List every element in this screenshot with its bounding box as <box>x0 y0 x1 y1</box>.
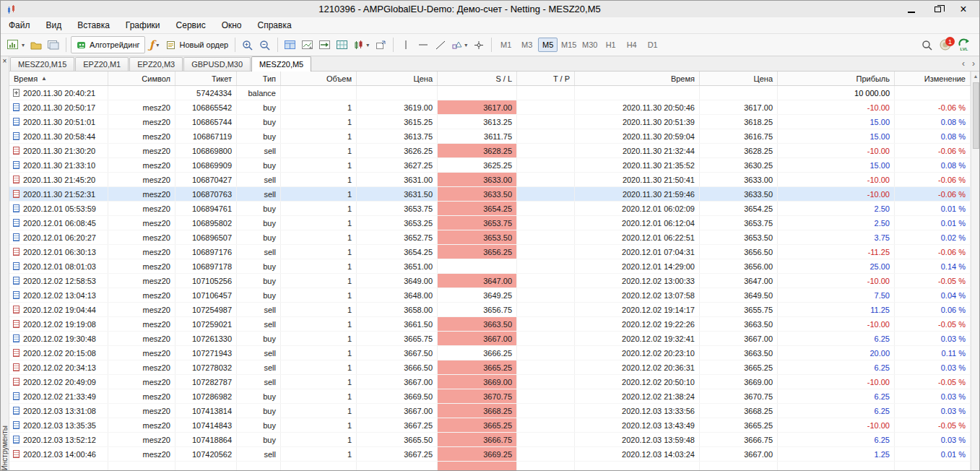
menu-help[interactable]: Справка <box>250 18 300 33</box>
timeframe-button[interactable]: H1 <box>601 38 620 52</box>
vertical-scrollbar[interactable]: ▲ <box>971 72 980 471</box>
table-row[interactable]: 2020.11.30 20:50:17 mesz20 106865542 buy… <box>9 100 971 115</box>
algo-trading-button[interactable]: Алготрейдинг <box>71 36 144 53</box>
chart-shift-button[interactable] <box>300 36 316 53</box>
table-row[interactable]: 2020.12.03 13:52:12 mesz20 107418864 buy… <box>9 433 971 447</box>
dock-button[interactable] <box>373 36 389 53</box>
timeframe-button[interactable]: M3 <box>517 38 537 52</box>
chart-tab[interactable]: MESZ20,M15 <box>10 57 74 71</box>
shapes-button[interactable]: ▾ <box>450 36 469 53</box>
column-header-type[interactable]: Тип <box>237 72 281 85</box>
cell-sl <box>438 86 517 100</box>
table-row[interactable] <box>9 462 971 471</box>
table-row[interactable]: 2020.12.02 19:19:08 mesz20 107259021 sel… <box>9 317 971 332</box>
cell-sl: 3667.00 <box>438 332 517 345</box>
scroll-thumb[interactable] <box>973 82 979 149</box>
notifications-button[interactable]: 1 <box>937 37 954 53</box>
table-row[interactable]: 2020.11.30 21:33:10 mesz20 106869909 buy… <box>9 158 971 173</box>
zoom-out-button[interactable] <box>257 36 273 53</box>
table-row[interactable]: 2020.11.30 20:40:21 57424334 balance 10 … <box>9 86 971 100</box>
close-button[interactable]: × <box>950 2 976 17</box>
profiles-button[interactable] <box>28 36 44 53</box>
trendline-button[interactable] <box>433 36 448 53</box>
minimize-button[interactable] <box>898 2 924 17</box>
tile-windows-button[interactable] <box>282 36 298 53</box>
search-button[interactable] <box>919 36 935 53</box>
column-header-volume[interactable]: Объем <box>281 72 357 85</box>
table-row[interactable]: 2020.12.02 20:34:13 mesz20 107278032 sel… <box>9 360 971 375</box>
menu-window[interactable]: Окно <box>214 18 250 33</box>
auto-scroll-button[interactable] <box>317 36 333 53</box>
cell-close-price: 3670.75 <box>700 389 778 403</box>
column-header-close-price[interactable]: Цена <box>700 72 778 85</box>
table-row[interactable]: 2020.12.02 13:04:13 mesz20 107106457 buy… <box>9 288 971 303</box>
cell-type: buy <box>237 259 281 273</box>
table-row[interactable]: 2020.12.02 19:04:44 mesz20 107254987 sel… <box>9 303 971 317</box>
table-row[interactable]: 2020.11.30 21:45:20 mesz20 106870427 sel… <box>9 173 971 187</box>
table-row[interactable]: 2020.12.01 08:01:03 mesz20 106897178 buy… <box>9 259 971 274</box>
crosshair-button[interactable] <box>471 36 487 53</box>
vertical-line-button[interactable] <box>398 36 414 53</box>
menu-file[interactable]: Файл <box>1 18 38 33</box>
zoom-in-button[interactable] <box>240 36 256 53</box>
table-row[interactable]: 2020.11.30 21:30:20 mesz20 106869800 sel… <box>9 144 971 158</box>
restore-button[interactable] <box>924 2 950 17</box>
table-row[interactable]: 2020.11.30 21:52:31 mesz20 106870763 sel… <box>9 187 971 202</box>
tab-scroll-left-button[interactable]: ‹ <box>958 59 968 69</box>
table-row[interactable]: 2020.12.02 20:49:09 mesz20 107282787 sel… <box>9 375 971 389</box>
timeframe-button[interactable]: D1 <box>643 38 662 52</box>
horizontal-line-button[interactable] <box>415 36 431 53</box>
chart-tab[interactable]: MESZ20,M5 <box>251 56 311 72</box>
column-header-symbol[interactable]: Символ <box>108 72 175 85</box>
table-row[interactable]: 2020.12.02 21:33:49 mesz20 107286982 buy… <box>9 389 971 404</box>
column-header-open-time[interactable]: Время ▲ <box>9 72 108 85</box>
menu-charts[interactable]: Графики <box>118 18 168 33</box>
scroll-up-button[interactable]: ▲ <box>971 72 980 81</box>
timeframe-button[interactable]: H4 <box>622 38 641 52</box>
table-row[interactable]: 2020.12.03 14:00:46 mesz20 107420562 sel… <box>9 447 971 462</box>
table-row[interactable]: 2020.12.01 06:08:45 mesz20 106895802 buy… <box>9 216 971 230</box>
table-row[interactable]: 2020.12.02 12:58:53 mesz20 107105256 buy… <box>9 274 971 288</box>
column-header-close-time[interactable]: Время <box>575 72 700 85</box>
menu-insert[interactable]: Вставка <box>69 18 118 33</box>
table-row[interactable]: 2020.12.01 05:53:59 mesz20 106894761 buy… <box>9 202 971 216</box>
timeframe-button[interactable]: M1 <box>496 38 516 52</box>
cell-volume: 1 <box>281 346 357 360</box>
new-order-button[interactable]: Новый ордер <box>164 36 231 53</box>
lvl-button[interactable]: LVL <box>955 37 973 53</box>
column-header-change[interactable]: Изменение <box>895 72 971 85</box>
column-header-ticket[interactable]: Тикет <box>175 72 237 85</box>
timeframe-button[interactable]: M30 <box>580 38 599 52</box>
table-row[interactable]: 2020.12.02 20:15:08 mesz20 107271943 sel… <box>9 346 971 360</box>
column-header-price[interactable]: Цена <box>357 72 438 85</box>
menu-tools[interactable]: Сервис <box>168 18 214 33</box>
chart-tab[interactable]: EPZ20,M1 <box>75 57 129 71</box>
timeframe-button[interactable]: M15 <box>559 38 578 52</box>
tab-scroll-right-button[interactable]: › <box>968 59 979 69</box>
table-row[interactable]: 2020.12.03 13:31:08 mesz20 107413814 buy… <box>9 404 971 418</box>
cell-symbol: mesz20 <box>108 375 175 389</box>
cell-open-time: 2020.12.01 06:20:27 <box>23 233 96 242</box>
column-header-tp[interactable]: T / P <box>517 72 575 85</box>
table-row[interactable]: 2020.12.02 19:30:48 mesz20 107261330 buy… <box>9 332 971 346</box>
indicators-button[interactable]: ƒ ▾ <box>147 36 162 53</box>
new-chart-button[interactable]: ▾ <box>5 36 27 53</box>
menu-view[interactable]: Вид <box>38 18 70 33</box>
column-header-sl[interactable]: S / L <box>438 72 517 85</box>
chart-type-button[interactable]: ▾ <box>352 36 371 53</box>
table-row[interactable]: 2020.12.03 13:35:35 mesz20 107414843 buy… <box>9 418 971 433</box>
grid-button[interactable] <box>334 36 350 53</box>
deal-icon <box>13 118 19 126</box>
close-panel-button[interactable]: × <box>3 56 7 66</box>
table-row[interactable]: 2020.11.30 20:51:01 mesz20 106865744 buy… <box>9 115 971 129</box>
table-row[interactable]: 2020.12.01 06:20:27 mesz20 106896507 buy… <box>9 230 971 245</box>
cell-tp <box>517 375 575 389</box>
column-header-profit[interactable]: Прибыль <box>778 72 895 85</box>
table-row[interactable]: 2020.12.01 06:30:13 mesz20 106897176 sel… <box>9 245 971 259</box>
cell-profit: 6.25 <box>778 360 895 374</box>
chart-tab[interactable]: EPZ20,M3 <box>129 57 183 71</box>
templates-button[interactable] <box>45 36 61 53</box>
table-row[interactable]: 2020.11.30 20:58:44 mesz20 106867119 buy… <box>9 129 971 144</box>
timeframe-button[interactable]: M5 <box>538 38 558 52</box>
chart-tab[interactable]: GBPUSD,M30 <box>183 57 251 71</box>
